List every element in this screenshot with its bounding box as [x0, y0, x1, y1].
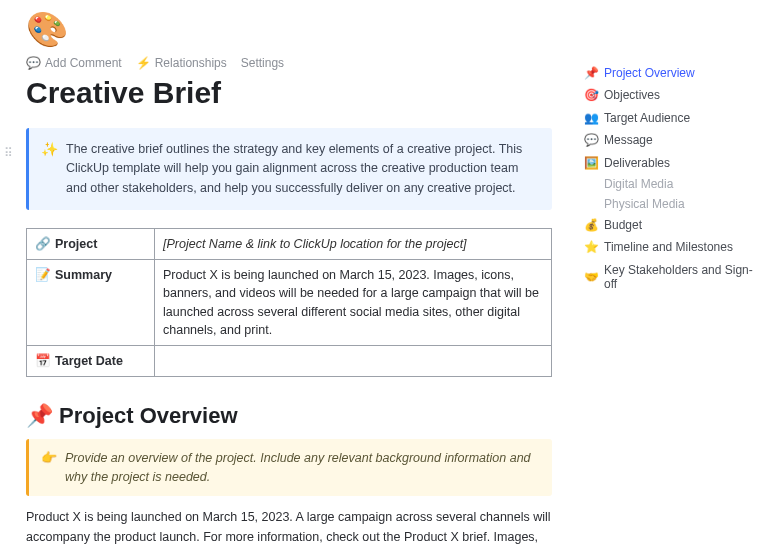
tip-text: Provide an overview of the project. Incl…	[65, 449, 540, 487]
toolbar-label: Settings	[241, 56, 284, 70]
toc-label: Project Overview	[604, 66, 695, 80]
toolbar-label: Add Comment	[45, 56, 122, 70]
toc-item-target-audience[interactable]: 👥 Target Audience	[582, 107, 760, 129]
money-icon: 💰	[584, 218, 598, 232]
sparkle-icon: ✨	[41, 140, 58, 198]
add-comment-button[interactable]: 💬 Add Comment	[26, 56, 122, 70]
toc-sidebar: 📌 Project Overview 🎯 Objectives 👥 Target…	[582, 0, 768, 296]
settings-button[interactable]: Settings	[241, 56, 284, 70]
link-icon: 🔗	[35, 237, 51, 251]
page-icon[interactable]: 🎨	[26, 12, 552, 46]
speech-icon: 💬	[584, 133, 598, 147]
row-value[interactable]: Product X is being launched on March 15,…	[155, 260, 552, 346]
picture-icon: 🖼️	[584, 156, 598, 170]
main-content: 🎨 💬 Add Comment ⚡ Relationships Settings…	[0, 0, 576, 547]
relationships-icon: ⚡	[136, 56, 151, 70]
row-value[interactable]	[155, 345, 552, 376]
toc-label: Key Stakeholders and Sign-off	[604, 263, 758, 292]
table-row: 📅Target Date	[27, 345, 552, 376]
toc-label: Budget	[604, 218, 642, 232]
toc-label: Message	[604, 133, 653, 147]
toc-item-project-overview[interactable]: 📌 Project Overview	[582, 62, 760, 84]
info-table: 🔗Project [Project Name & link to ClickUp…	[26, 228, 552, 377]
toc-label: Target Audience	[604, 111, 690, 125]
row-label: 🔗Project	[27, 229, 155, 260]
page-title: Creative Brief	[26, 76, 552, 110]
toc-item-objectives[interactable]: 🎯 Objectives	[582, 84, 760, 106]
toc-label: Deliverables	[604, 156, 670, 170]
page-toolbar: 💬 Add Comment ⚡ Relationships Settings	[26, 56, 552, 70]
toc-sub-digital-media[interactable]: Digital Media	[582, 174, 760, 194]
calendar-icon: 📅	[35, 354, 51, 368]
row-value[interactable]: [Project Name & link to ClickUp location…	[155, 229, 552, 260]
pointer-icon: 👉	[41, 449, 57, 487]
table-row: 🔗Project [Project Name & link to ClickUp…	[27, 229, 552, 260]
section-heading: 📌 Project Overview	[26, 403, 552, 429]
target-icon: 🎯	[584, 88, 598, 102]
pushpin-icon: 📌	[26, 403, 53, 429]
comment-icon: 💬	[26, 56, 41, 70]
callout-text: The creative brief outlines the strategy…	[66, 140, 538, 198]
row-label: 📅Target Date	[27, 345, 155, 376]
toc-item-budget[interactable]: 💰 Budget	[582, 214, 760, 236]
toolbar-label: Relationships	[155, 56, 227, 70]
star-icon: ⭐	[584, 240, 598, 254]
intro-callout: ✨ The creative brief outlines the strate…	[26, 128, 552, 210]
overview-body: Product X is being launched on March 15,…	[26, 508, 552, 547]
relationships-button[interactable]: ⚡ Relationships	[136, 56, 227, 70]
toc-item-stakeholders[interactable]: 🤝 Key Stakeholders and Sign-off	[582, 259, 760, 296]
toc-item-deliverables[interactable]: 🖼️ Deliverables	[582, 152, 760, 174]
people-icon: 👥	[584, 111, 598, 125]
memo-icon: 📝	[35, 268, 51, 282]
tip-callout: 👉 Provide an overview of the project. In…	[26, 439, 552, 497]
table-row: 📝Summary Product X is being launched on …	[27, 260, 552, 346]
pushpin-icon: 📌	[584, 66, 598, 80]
toc-sub-physical-media[interactable]: Physical Media	[582, 194, 760, 214]
block-handle-icon[interactable]: ⠿	[4, 146, 13, 160]
toc-label: Objectives	[604, 88, 660, 102]
toc-item-message[interactable]: 💬 Message	[582, 129, 760, 151]
handshake-icon: 🤝	[584, 270, 598, 284]
toc-label: Timeline and Milestones	[604, 240, 733, 254]
row-label: 📝Summary	[27, 260, 155, 346]
toc-item-timeline[interactable]: ⭐ Timeline and Milestones	[582, 236, 760, 258]
